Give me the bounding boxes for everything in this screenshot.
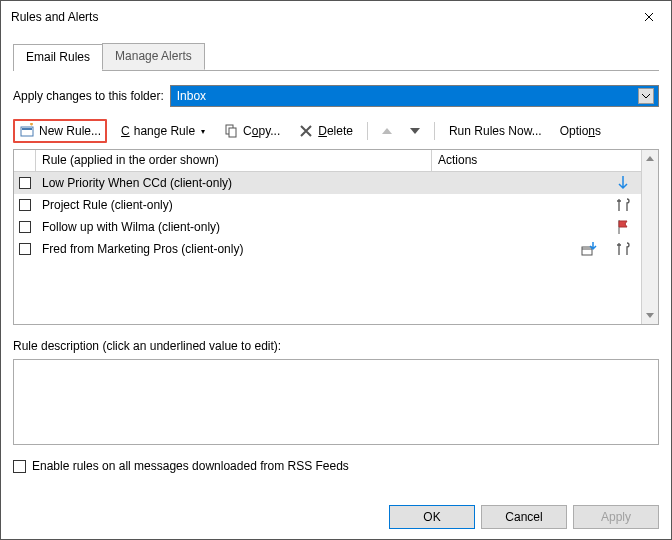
tools-icon bbox=[615, 197, 631, 213]
copy-icon bbox=[223, 123, 239, 139]
arrow-down-icon bbox=[615, 175, 631, 191]
rule-name: Fred from Marketing Pros (client-only) bbox=[36, 242, 432, 256]
new-rule-icon bbox=[19, 123, 35, 139]
rule-name: Follow up with Wilma (client-only) bbox=[36, 220, 432, 234]
tabs: Email Rules Manage Alerts bbox=[13, 43, 659, 71]
description-box[interactable] bbox=[13, 359, 659, 445]
copy-button[interactable]: Copy... bbox=[219, 121, 284, 141]
svg-rect-1 bbox=[22, 128, 32, 130]
col-checkbox bbox=[14, 150, 36, 171]
chevron-down-icon bbox=[638, 88, 654, 104]
grid-rows: Low Priority When CCd (client-only) Proj… bbox=[14, 172, 641, 324]
separator bbox=[367, 122, 368, 140]
cancel-button[interactable]: Cancel bbox=[481, 505, 567, 529]
tools-icon bbox=[615, 241, 631, 257]
delete-icon bbox=[298, 123, 314, 139]
description-label: Rule description (click an underlined va… bbox=[13, 339, 659, 353]
folder-value: Inbox bbox=[177, 89, 206, 103]
delete-button[interactable]: Delete bbox=[294, 121, 357, 141]
titlebar: Rules and Alerts bbox=[1, 1, 671, 33]
row-checkbox[interactable] bbox=[19, 199, 31, 211]
apply-button[interactable]: Apply bbox=[573, 505, 659, 529]
ok-button[interactable]: OK bbox=[389, 505, 475, 529]
col-actions: Actions bbox=[432, 150, 658, 171]
chevron-down-icon: ▾ bbox=[201, 127, 205, 136]
flag-icon bbox=[615, 219, 631, 235]
button-row: OK Cancel Apply bbox=[389, 505, 659, 529]
folder-row: Apply changes to this folder: Inbox bbox=[13, 85, 659, 107]
folder-label: Apply changes to this folder: bbox=[13, 89, 164, 103]
scroll-down-icon[interactable] bbox=[642, 307, 658, 324]
run-rules-now-button[interactable]: Run Rules Now... bbox=[445, 122, 546, 140]
close-button[interactable] bbox=[627, 1, 671, 33]
scroll-up-icon[interactable] bbox=[642, 150, 658, 167]
svg-rect-3 bbox=[229, 128, 236, 137]
row-checkbox[interactable] bbox=[19, 177, 31, 189]
tab-manage-alerts[interactable]: Manage Alerts bbox=[102, 43, 205, 70]
rules-alerts-dialog: Rules and Alerts Email Rules Manage Aler… bbox=[0, 0, 672, 540]
client-area: Email Rules Manage Alerts Apply changes … bbox=[1, 33, 671, 473]
rule-name: Low Priority When CCd (client-only) bbox=[36, 176, 432, 190]
move-folder-icon bbox=[581, 241, 597, 257]
move-down-button[interactable] bbox=[406, 125, 424, 137]
rss-checkbox[interactable] bbox=[13, 460, 26, 473]
col-rule: Rule (applied in the order shown) bbox=[36, 150, 432, 171]
scrollbar[interactable] bbox=[641, 150, 658, 324]
table-row[interactable]: Low Priority When CCd (client-only) bbox=[14, 172, 641, 194]
table-row[interactable]: Follow up with Wilma (client-only) bbox=[14, 216, 641, 238]
table-row[interactable]: Fred from Marketing Pros (client-only) bbox=[14, 238, 641, 260]
new-rule-button[interactable]: New Rule... bbox=[13, 119, 107, 143]
move-up-button[interactable] bbox=[378, 125, 396, 137]
change-rule-button[interactable]: Change Rule▾ bbox=[117, 122, 209, 140]
rss-checkbox-row: Enable rules on all messages downloaded … bbox=[13, 459, 659, 473]
row-checkbox[interactable] bbox=[19, 243, 31, 255]
toolbar: New Rule... Change Rule▾ Copy... Delete bbox=[13, 119, 659, 143]
row-checkbox[interactable] bbox=[19, 221, 31, 233]
table-row[interactable]: Project Rule (client-only) bbox=[14, 194, 641, 216]
folder-select[interactable]: Inbox bbox=[170, 85, 659, 107]
rule-name: Project Rule (client-only) bbox=[36, 198, 432, 212]
svg-rect-4 bbox=[582, 247, 592, 255]
window-title: Rules and Alerts bbox=[11, 10, 98, 24]
rss-label: Enable rules on all messages downloaded … bbox=[32, 459, 349, 473]
grid-header: Rule (applied in the order shown) Action… bbox=[14, 150, 658, 172]
tab-email-rules[interactable]: Email Rules bbox=[13, 44, 103, 71]
rules-grid: Rule (applied in the order shown) Action… bbox=[13, 149, 659, 325]
separator bbox=[434, 122, 435, 140]
options-button[interactable]: Options bbox=[556, 122, 605, 140]
